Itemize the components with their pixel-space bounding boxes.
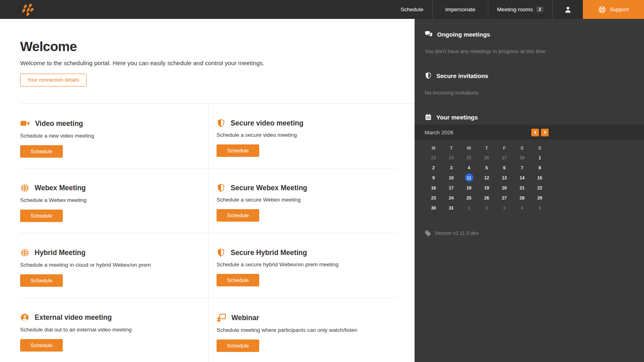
calendar-day[interactable]: 24: [442, 152, 460, 162]
calendar-day[interactable]: 2: [425, 162, 442, 173]
nav-item-meeting-rooms[interactable]: Meeting rooms 2: [488, 0, 552, 19]
welcome-subtitle: Welcome to the scheduling portal. Here y…: [20, 60, 415, 66]
nav-item-user[interactable]: [552, 0, 583, 19]
calendar-day[interactable]: 23: [425, 152, 442, 162]
calendar-day[interactable]: 14: [513, 173, 531, 183]
card-secure-hybrid-meeting: Secure Hybrid Meeting Schedule a secure …: [208, 233, 397, 298]
life-ring-icon: [598, 6, 606, 14]
shield-icon: [217, 183, 225, 192]
support-button[interactable]: Support: [583, 0, 644, 19]
calendar-day[interactable]: 20: [495, 183, 513, 193]
calendar-day[interactable]: 1: [531, 152, 549, 162]
calendar-day[interactable]: 9: [425, 173, 442, 183]
calendar-day[interactable]: 29: [531, 193, 549, 203]
page-title: Welcome: [20, 39, 415, 54]
card-secure-video-meeting: Secure video meeting Schedule a secure v…: [208, 104, 397, 169]
globe-icon: [20, 183, 29, 193]
calendar-day[interactable]: 27: [495, 193, 513, 203]
calendar-day[interactable]: 7: [513, 162, 531, 173]
calendar-day[interactable]: 5: [478, 162, 495, 173]
calendar-day[interactable]: 1: [460, 203, 478, 213]
app-logo[interactable]: [21, 0, 35, 19]
calendar-day[interactable]: 25: [460, 152, 478, 162]
calendar-day[interactable]: 28: [513, 193, 531, 203]
calendar-prev-button[interactable]: [531, 129, 539, 136]
nav-item-label: Impersonate: [445, 6, 475, 12]
card-description: Schedule meeting where participants can …: [217, 327, 397, 333]
card-description: Schedule dial out to an external video m…: [20, 327, 196, 333]
support-label: Support: [610, 6, 629, 12]
shield-icon: [217, 119, 225, 128]
calendar-day-header: M: [425, 144, 442, 152]
globe-icon: [20, 248, 29, 257]
schedule-secure-hybrid-meeting-button[interactable]: Schedule: [217, 274, 259, 286]
calendar-day[interactable]: 28: [513, 152, 531, 162]
calendar-day[interactable]: 6: [495, 162, 513, 173]
calendar-day[interactable]: 4: [460, 162, 478, 173]
card-title: Secure Webex Meeting: [231, 184, 307, 192]
meeting-type-grid: Video meeting Schedule a new video meeti…: [20, 104, 397, 362]
calendar-day[interactable]: 10: [442, 173, 460, 183]
version-info: Version v2.11.0-dev: [415, 230, 644, 237]
schedule-secure-video-meeting-button[interactable]: Schedule: [217, 144, 259, 157]
calendar-day-header: F: [495, 144, 513, 152]
person-icon: [20, 313, 29, 322]
calendar-day[interactable]: 4: [513, 203, 531, 213]
card-title: Video meeting: [35, 119, 83, 128]
calendar-day[interactable]: 17: [442, 183, 460, 193]
calendar-day[interactable]: 5: [531, 203, 549, 213]
calendar-day[interactable]: 13: [495, 173, 513, 183]
user-icon: [564, 6, 572, 14]
calendar-day[interactable]: 19: [478, 183, 495, 193]
calendar-day[interactable]: 26: [478, 193, 495, 203]
secure-invitations-empty-text: No incoming invitations: [415, 84, 644, 102]
calendar-day[interactable]: 3: [495, 203, 513, 213]
shield-icon: [217, 248, 225, 257]
calendar-day[interactable]: 18: [460, 183, 478, 193]
schedule-webinar-button[interactable]: Schedule: [217, 339, 259, 352]
card-webinar: Webinar Schedule meeting where participa…: [208, 298, 397, 362]
calendar-day-header: S: [531, 144, 549, 152]
connection-details-button[interactable]: Your connection details: [20, 74, 87, 86]
nav-item-impersonate[interactable]: Impersonate: [432, 0, 488, 19]
calendar-day[interactable]: 16: [425, 183, 442, 193]
calendar-day[interactable]: 2: [478, 203, 495, 213]
ongoing-meetings-empty-text: You don't have any meetings in progress …: [415, 42, 644, 60]
schedule-video-meeting-button[interactable]: Schedule: [20, 145, 63, 158]
calendar-day-header: T: [442, 144, 460, 152]
calendar-day[interactable]: 26: [478, 152, 495, 162]
schedule-hybrid-meeting-button[interactable]: Schedule: [20, 274, 63, 287]
calendar-day-header: W: [460, 144, 478, 152]
calendar-day[interactable]: 31: [442, 203, 460, 213]
webinar-icon: [217, 313, 226, 323]
schedule-external-video-meeting-button[interactable]: Schedule: [20, 339, 63, 352]
calendar-day[interactable]: 3: [442, 162, 460, 173]
calendar: MTWTFSS 23242526272812345678910111213141…: [425, 144, 549, 213]
calendar-day[interactable]: 22: [531, 183, 549, 193]
calendar-day[interactable]: 24: [442, 193, 460, 203]
schedule-webex-meeting-button[interactable]: Schedule: [20, 210, 63, 222]
calendar-day[interactable]: 15: [531, 173, 549, 183]
calendar-day[interactable]: 27: [495, 152, 513, 162]
ongoing-meetings-header: Ongoing meetings: [415, 27, 644, 42]
calendar-day[interactable]: 23: [425, 193, 442, 203]
main-content: Welcome Welcome to the scheduling portal…: [0, 19, 415, 362]
calendar-day[interactable]: 30: [425, 203, 442, 213]
calendar-day-selected[interactable]: 11: [460, 173, 478, 183]
card-title: External video meeting: [35, 313, 112, 322]
nav-item-schedule[interactable]: Schedule: [392, 0, 432, 19]
nav-item-label: Meeting rooms: [497, 6, 533, 12]
calendar-day[interactable]: 8: [531, 162, 549, 173]
card-title: Secure video meeting: [231, 119, 303, 128]
calendar-day[interactable]: 12: [478, 173, 495, 183]
pexip-logo-icon: [21, 3, 35, 16]
chat-bubbles-icon: [425, 30, 433, 38]
calendar-next-button[interactable]: [541, 129, 549, 136]
video-camera-icon: [20, 119, 30, 128]
schedule-secure-webex-meeting-button[interactable]: Schedule: [217, 209, 259, 222]
calendar-day[interactable]: 21: [513, 183, 531, 193]
sidebar-section-title: Your meetings: [436, 114, 478, 121]
right-sidebar: Ongoing meetings You don't have any meet…: [415, 19, 644, 362]
chevron-right-icon: [543, 131, 546, 134]
calendar-day[interactable]: 25: [460, 193, 478, 203]
